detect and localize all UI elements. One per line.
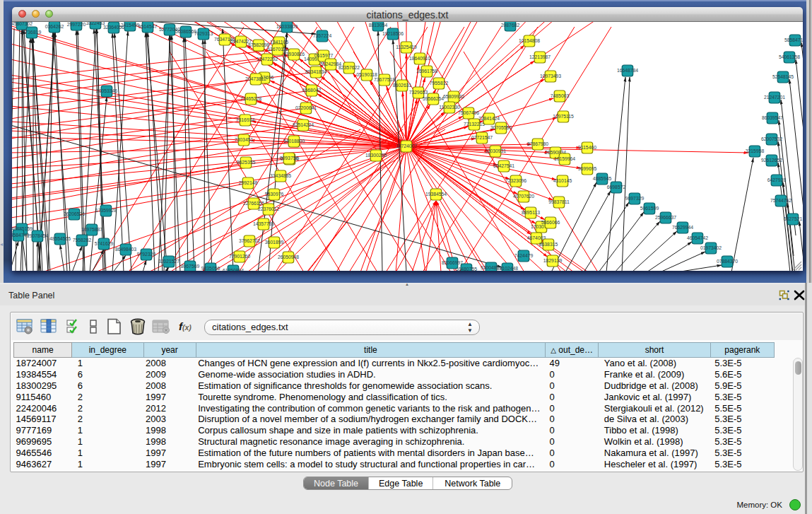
svg-text:32030931: 32030931 — [485, 148, 506, 153]
svg-text:8638315: 8638315 — [539, 242, 558, 247]
svg-text:72841424: 72841424 — [478, 116, 500, 121]
svg-text:21247201: 21247201 — [764, 95, 785, 100]
svg-text:07200641: 07200641 — [295, 105, 317, 110]
svg-text:99837811: 99837811 — [548, 199, 570, 204]
svg-text:5530976: 5530976 — [265, 192, 284, 197]
svg-text:11002330: 11002330 — [439, 105, 460, 110]
svg-text:9115460: 9115460 — [578, 145, 596, 150]
svg-text:7357224: 7357224 — [313, 33, 332, 38]
svg-text:16033809: 16033809 — [276, 24, 298, 29]
svg-text:5736819: 5736819 — [23, 30, 42, 35]
svg-text:52548145: 52548145 — [772, 74, 794, 79]
svg-text:61850894: 61850894 — [223, 268, 244, 271]
svg-text:4885945: 4885945 — [593, 176, 612, 181]
svg-text:77132215: 77132215 — [464, 122, 485, 127]
svg-text:82514224: 82514224 — [293, 122, 314, 127]
svg-text:0093756: 0093756 — [280, 156, 299, 160]
svg-text:18724007: 18724007 — [396, 144, 417, 148]
svg-text:77901260: 77901260 — [229, 254, 250, 259]
svg-text:9792320: 9792320 — [137, 252, 156, 257]
svg-text:10154808: 10154808 — [519, 38, 540, 43]
svg-text:26050948: 26050948 — [278, 255, 299, 259]
svg-text:7485003: 7485003 — [551, 93, 570, 98]
svg-text:2087682: 2087682 — [501, 23, 520, 28]
svg-text:83066997: 83066997 — [442, 260, 463, 265]
svg-text:16961758: 16961758 — [416, 69, 437, 74]
svg-text:71465228: 71465228 — [240, 96, 261, 101]
svg-text:46054742: 46054742 — [687, 235, 708, 240]
svg-text:86498403: 86498403 — [115, 247, 136, 252]
svg-text:19384554: 19384554 — [425, 192, 447, 197]
svg-text:6827521: 6827521 — [784, 216, 803, 221]
svg-text:54018800: 54018800 — [283, 139, 305, 144]
svg-text:12472292: 12472292 — [257, 57, 278, 62]
svg-text:10975887: 10975887 — [81, 227, 102, 232]
svg-text:1829139: 1829139 — [543, 258, 563, 263]
svg-text:58584719: 58584719 — [784, 37, 803, 42]
svg-text:45807302: 45807302 — [12, 22, 33, 26]
svg-text:26206526: 26206526 — [64, 211, 85, 216]
svg-text:5061599: 5061599 — [640, 206, 659, 211]
svg-text:32021527: 32021527 — [158, 259, 180, 264]
svg-text:6698572: 6698572 — [607, 185, 626, 189]
svg-text:3601899: 3601899 — [265, 240, 284, 245]
svg-text:76629944: 76629944 — [672, 225, 693, 230]
svg-text:9697329: 9697329 — [625, 196, 645, 201]
svg-text:7329653: 7329653 — [409, 90, 428, 95]
svg-text:11325419: 11325419 — [396, 45, 417, 49]
svg-text:18300295: 18300295 — [365, 153, 387, 158]
svg-text:12975115: 12975115 — [553, 114, 574, 119]
svg-text:5741629: 5741629 — [95, 241, 114, 246]
svg-text:82357622: 82357622 — [339, 65, 360, 70]
svg-text:8813054: 8813054 — [369, 23, 388, 28]
svg-text:59480755: 59480755 — [456, 267, 477, 271]
svg-text:3215958: 3215958 — [746, 148, 765, 153]
svg-text:10973493: 10973493 — [540, 74, 561, 78]
svg-text:7424479: 7424479 — [514, 253, 534, 258]
svg-text:0364262: 0364262 — [45, 24, 64, 29]
svg-text:2992148: 2992148 — [239, 180, 258, 185]
svg-text:6427928: 6427928 — [767, 177, 787, 182]
svg-text:87867980: 87867980 — [527, 141, 548, 146]
svg-text:30705550: 30705550 — [490, 125, 512, 130]
svg-text:18640910: 18640910 — [409, 56, 430, 61]
svg-text:65809932: 65809932 — [443, 94, 464, 99]
svg-text:16648784: 16648784 — [617, 68, 638, 73]
svg-text:20473812: 20473812 — [245, 76, 266, 81]
svg-text:5866066: 5866066 — [541, 220, 560, 225]
svg-text:37962702: 37962702 — [239, 238, 260, 243]
svg-text:14357789: 14357789 — [253, 221, 274, 226]
svg-text:4310145: 4310145 — [553, 178, 572, 183]
svg-text:59566254: 59566254 — [423, 96, 444, 101]
svg-text:8602631: 8602631 — [393, 83, 412, 88]
svg-text:92612652: 92612652 — [761, 158, 782, 163]
svg-text:17359928: 17359928 — [95, 208, 117, 213]
svg-text:07884370: 07884370 — [717, 259, 738, 264]
svg-text:89341834: 89341834 — [305, 69, 326, 74]
svg-text:92004871: 92004871 — [481, 265, 502, 270]
svg-text:12213987: 12213987 — [529, 54, 551, 59]
svg-text:07721547: 07721547 — [471, 135, 493, 140]
svg-text:75744762: 75744762 — [770, 198, 792, 203]
svg-text:75067496: 75067496 — [458, 110, 479, 115]
svg-text:29078454: 29078454 — [27, 233, 48, 238]
svg-text:33434885: 33434885 — [270, 173, 291, 178]
svg-text:73677518: 73677518 — [374, 77, 395, 82]
svg-text:22766155: 22766155 — [243, 201, 264, 206]
svg-text:54061358: 54061358 — [779, 54, 800, 59]
svg-text:8625355: 8625355 — [237, 160, 256, 165]
svg-text:7316934: 7316934 — [236, 117, 255, 122]
svg-text:86039547: 86039547 — [762, 115, 783, 120]
svg-text:56086569: 56086569 — [175, 29, 196, 34]
svg-text:7955812: 7955812 — [430, 81, 449, 86]
svg-text:61670113: 61670113 — [267, 47, 288, 52]
svg-text:22376012: 22376012 — [258, 206, 279, 211]
svg-text:9335056: 9335056 — [201, 266, 220, 271]
svg-text:21930816: 21930816 — [283, 52, 305, 57]
svg-text:3322453: 3322453 — [86, 22, 105, 25]
svg-text:7303451: 7303451 — [235, 137, 254, 142]
svg-text:48554565: 48554565 — [49, 236, 71, 241]
svg-text:0615977: 0615977 — [314, 53, 334, 58]
svg-text:40707620: 40707620 — [513, 194, 534, 199]
svg-text:19218506: 19218506 — [382, 31, 404, 36]
